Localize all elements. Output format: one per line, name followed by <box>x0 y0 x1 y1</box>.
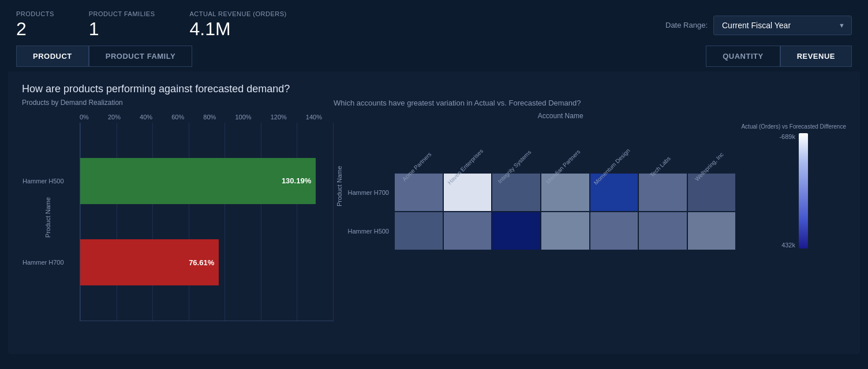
cell-h500-tech <box>639 212 687 250</box>
x-axis-labels: 0% 20% 40% 60% 80% 100% 120% 140% <box>80 114 334 121</box>
right-chart: Which accounts have greatest variation i… <box>334 99 846 321</box>
legend-bar-wrapper: -689k 432k <box>779 133 808 248</box>
left-chart: Products by Demand Realization Product N… <box>22 99 334 321</box>
heatmap-inner: Acme Partners Haven Enterprises Integrit… <box>343 122 735 250</box>
metric-products: PRODUCTS 2 <box>16 10 54 40</box>
cell-h500-acme <box>395 212 443 250</box>
cell-h500-haven <box>444 212 492 250</box>
tab-group-right: QUANTITY REVENUE <box>706 46 852 67</box>
col-header-integrity: Integrity Systems <box>492 163 541 171</box>
right-chart-question: Which accounts have greatest variation i… <box>334 99 846 107</box>
cell-h700-tech <box>639 174 687 211</box>
metric-revenue: ACTUAL REVENUE (ORDERS) 4.1M <box>190 10 287 40</box>
bars-container: Hammer H500 130.19% Hammer H700 76.61% <box>80 123 334 321</box>
cell-h500-wellspring <box>688 212 736 250</box>
bar-h500: 130.19% <box>80 158 316 204</box>
col-header-momentum: Momentum Design <box>589 163 638 171</box>
tab-revenue[interactable]: REVENUE <box>780 46 852 67</box>
row-label-h700: Hammer H700 <box>343 189 394 196</box>
legend: Actual (Orders) vs Forecasted Difference… <box>741 112 846 250</box>
heatmap-wrapper: Account Name Product Name Acme Partners <box>334 112 846 250</box>
cell-h500-meridian <box>541 212 589 250</box>
y-axis-label: Product Name <box>44 197 51 238</box>
metric-families-value: 1 <box>89 18 155 40</box>
metric-revenue-value: 4.1M <box>190 18 287 40</box>
metric-revenue-label: ACTUAL REVENUE (ORDERS) <box>190 10 287 17</box>
date-range-container: Date Range: Current Fiscal Year <box>665 16 852 35</box>
left-chart-subtitle: Products by Demand Realization <box>22 99 334 107</box>
account-name-header: Account Name <box>386 112 735 120</box>
bar-label-h700: Hammer H700 <box>23 259 64 266</box>
heatmap-main: Account Name Product Name Acme Partners <box>334 112 735 250</box>
heatmap-rows: Hammer H700 <box>343 174 735 250</box>
section-title: How are products performing against fore… <box>22 83 846 95</box>
metric-families-label: PRODUCT FAMILIES <box>89 10 155 17</box>
tab-product[interactable]: PRODUCT <box>16 46 89 67</box>
chart-area: Hammer H500 130.19% Hammer H700 76.61% <box>80 123 334 321</box>
tab-group-left: PRODUCT PRODUCT FAMILY <box>16 46 192 67</box>
tab-product-family[interactable]: PRODUCT FAMILY <box>89 46 192 67</box>
date-range-wrapper: Current Fiscal Year <box>713 16 852 35</box>
tab-quantity[interactable]: QUANTITY <box>706 46 780 67</box>
bar-row-h500: Hammer H500 130.19% <box>80 158 334 204</box>
metric-products-label: PRODUCTS <box>16 10 54 17</box>
heatmap-body: Product Name Acme Partners Haven Enterpr… <box>334 122 735 250</box>
bar-label-h500: Hammer H500 <box>23 178 64 184</box>
legend-gradient <box>799 133 808 248</box>
legend-min-label: -689k <box>779 133 795 140</box>
main-content: How are products performing against fore… <box>8 71 860 354</box>
heatmap-col-headers: Acme Partners Haven Enterprises Integrit… <box>395 122 735 171</box>
header: PRODUCTS 2 PRODUCT FAMILIES 1 ACTUAL REV… <box>0 0 868 46</box>
cell-h500-integrity <box>492 212 540 250</box>
legend-labels-left: -689k 432k <box>779 133 795 248</box>
heatmap-y-axis: Product Name <box>334 122 343 250</box>
date-range-label: Date Range: <box>665 21 708 29</box>
bar-h700: 76.61% <box>80 239 219 285</box>
heatmap-row-h500: Hammer H500 <box>343 212 735 250</box>
col-header-haven: Haven Enterprises <box>443 163 492 171</box>
metric-product-families: PRODUCT FAMILIES 1 <box>89 10 155 40</box>
col-header-meridian: Meridian Partners <box>541 163 589 171</box>
cell-h500-momentum <box>590 212 638 250</box>
col-header-acme: Acme Partners <box>395 163 443 171</box>
col-header-wellspring: Wellspring, Inc <box>687 163 735 171</box>
col-header-tech: Tech Labs <box>638 163 687 171</box>
legend-max-label: 432k <box>779 242 795 248</box>
bar-row-h700: Hammer H700 76.61% <box>80 239 334 285</box>
tabs-row: PRODUCT PRODUCT FAMILY QUANTITY REVENUE <box>0 46 868 67</box>
metric-products-value: 2 <box>16 18 54 40</box>
legend-title: Actual (Orders) vs Forecasted Difference <box>741 123 846 130</box>
date-range-select[interactable]: Current Fiscal Year <box>713 16 852 35</box>
charts-container: Products by Demand Realization Product N… <box>22 99 846 321</box>
row-label-h500: Hammer H500 <box>343 228 394 235</box>
